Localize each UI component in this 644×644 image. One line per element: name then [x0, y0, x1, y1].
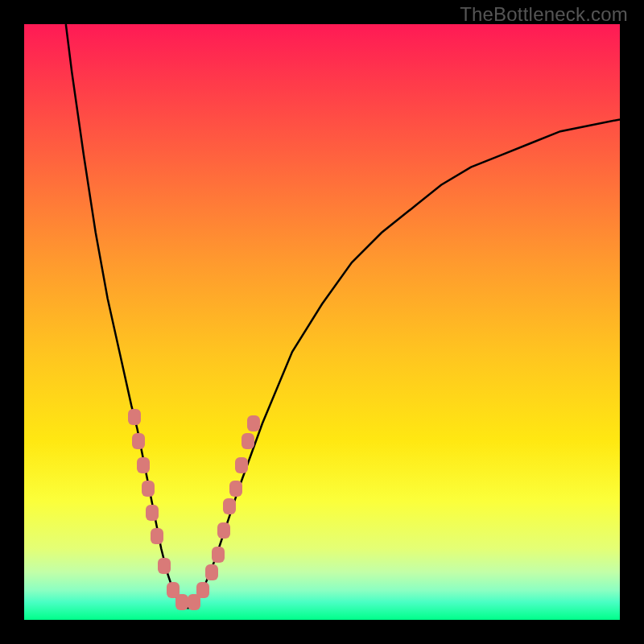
marker-left-8 [175, 594, 188, 610]
marker-right-1 [196, 582, 209, 598]
marker-left-4 [146, 505, 159, 521]
right-branch-curve [191, 119, 620, 608]
marker-right-7 [235, 457, 248, 473]
marker-right-2 [205, 564, 218, 580]
plot-area [24, 24, 620, 620]
marker-right-8 [242, 433, 254, 449]
watermark-text: TheBottleneck.com [460, 3, 628, 26]
marker-left-2 [137, 457, 150, 473]
marker-left-6 [158, 558, 171, 574]
chart-frame: TheBottleneck.com [0, 0, 644, 644]
marker-right-4 [217, 522, 230, 539]
marker-left-0 [128, 409, 141, 425]
curve-layer [24, 24, 620, 620]
marker-left-5 [151, 528, 163, 544]
marker-left-1 [132, 433, 145, 449]
marker-right-6 [229, 481, 242, 497]
left-branch-curve [66, 24, 191, 608]
marker-right-3 [212, 547, 225, 563]
marker-right-9 [247, 415, 260, 431]
marker-right-5 [223, 498, 236, 514]
marker-left-3 [142, 481, 155, 497]
